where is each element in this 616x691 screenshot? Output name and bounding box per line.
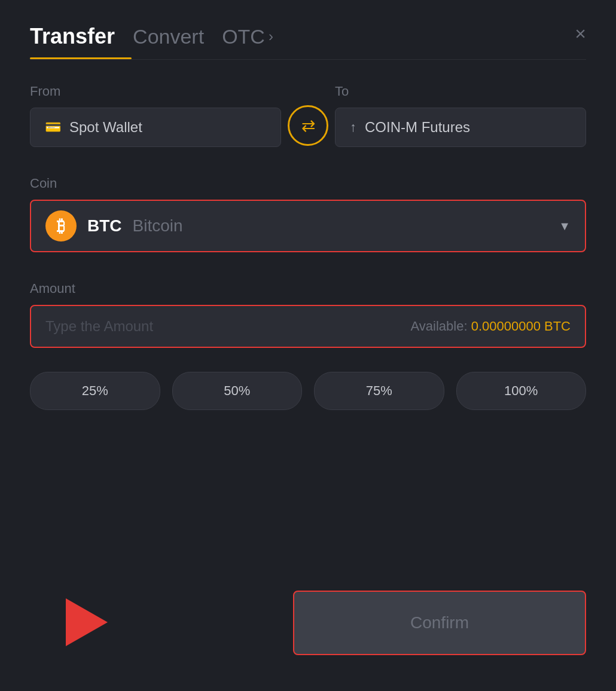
spot-wallet-icon: 💳 (45, 120, 61, 135)
tab-transfer[interactable]: Transfer (30, 24, 115, 49)
coin-label: Coin (30, 176, 586, 191)
coin-section: Coin ₿ BTC Bitcoin ▼ (30, 176, 586, 252)
otc-chevron-icon: › (269, 28, 273, 45)
available-text: Available: 0.00000000 BTC (411, 319, 571, 334)
btc-icon: ₿ (45, 210, 77, 241)
coin-full-name: Bitcoin (133, 216, 183, 236)
header: Transfer Convert OTC › × (30, 24, 586, 49)
header-divider (30, 59, 586, 60)
tab-otc[interactable]: OTC › (222, 25, 273, 48)
percent-100-button[interactable]: 100% (456, 372, 587, 410)
percent-25-button[interactable]: 25% (30, 372, 160, 410)
percent-buttons-group: 25% 50% 75% 100% (30, 372, 586, 410)
from-wallet-selector[interactable]: 💳 Spot Wallet (30, 108, 281, 147)
swap-button[interactable]: ⇄ (288, 105, 328, 146)
tab-convert[interactable]: Convert (133, 25, 204, 48)
coin-selector[interactable]: ₿ BTC Bitcoin ▼ (30, 200, 586, 252)
available-value: 0.00000000 BTC (471, 319, 571, 334)
from-label: From (30, 84, 281, 99)
swap-icon: ⇄ (301, 116, 315, 136)
modal-container: Transfer Convert OTC › × From 💳 Spot Wal… (0, 0, 616, 691)
bottom-section: Confirm (30, 591, 586, 655)
confirm-button[interactable]: Confirm (293, 591, 586, 655)
amount-section: Amount Type the Amount Available: 0.0000… (30, 281, 586, 348)
amount-input-box[interactable]: Type the Amount Available: 0.00000000 BT… (30, 305, 586, 348)
red-arrow-icon (66, 598, 108, 646)
chevron-down-icon: ▼ (559, 219, 571, 233)
amount-placeholder: Type the Amount (45, 318, 153, 335)
from-to-section: From 💳 Spot Wallet ⇄ To ↑ COIN-M Futures (30, 84, 586, 147)
percent-75-button[interactable]: 75% (314, 372, 444, 410)
to-wallet-name: COIN-M Futures (365, 119, 470, 136)
from-wallet-name: Spot Wallet (69, 119, 142, 136)
arrow-wrapper (66, 598, 108, 649)
close-button[interactable]: × (575, 24, 586, 43)
to-wallet-selector[interactable]: ↑ COIN-M Futures (335, 108, 586, 147)
to-label: To (335, 84, 586, 99)
coin-symbol: BTC (87, 216, 122, 236)
futures-wallet-icon: ↑ (350, 120, 356, 135)
to-block: To ↑ COIN-M Futures (335, 84, 586, 147)
from-block: From 💳 Spot Wallet (30, 84, 281, 147)
swap-wrapper: ⇄ (281, 105, 335, 147)
percent-50-button[interactable]: 50% (172, 372, 303, 410)
amount-label: Amount (30, 281, 586, 296)
